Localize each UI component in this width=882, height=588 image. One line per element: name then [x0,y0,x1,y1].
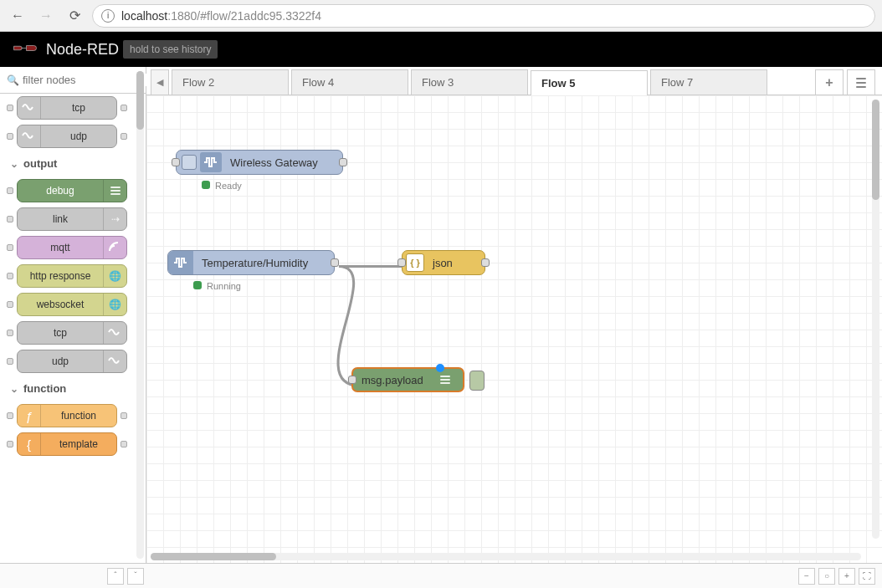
palette-node-function[interactable]: ƒ function [17,404,117,427]
forward-button[interactable]: → [35,5,57,27]
navigator-button[interactable]: ⛶ [859,568,875,585]
zoom-reset-button[interactable]: ○ [818,568,835,585]
port-icon [7,216,13,222]
palette-node-tcp-in[interactable]: tcp [17,96,117,120]
port-icon [121,441,127,447]
palette-collapse-down-button[interactable]: ˇ [127,568,144,585]
serial-icon [200,152,222,172]
palette-filter: 🔍 [0,67,146,94]
node-input-port[interactable] [348,376,356,384]
port-icon [7,330,13,336]
palette-sidebar: 🔍 tcp udp output debug [0,67,146,563]
palette-collapse-up-button[interactable]: ˆ [107,568,124,585]
tcp-icon [103,322,126,344]
udp-icon [103,350,126,372]
palette-node-mqtt[interactable]: mqtt [17,236,127,259]
port-icon [7,358,13,365]
node-output-port[interactable] [339,158,347,166]
zoom-in-button[interactable]: + [838,568,855,585]
status-dot-icon [202,181,210,189]
palette-node-template[interactable]: { template [17,432,117,456]
add-flow-button[interactable]: + [815,69,844,95]
search-icon: 🔍 [7,74,19,86]
port-icon [7,301,13,308]
node-output-port[interactable] [331,258,339,267]
url-host: localhost [121,9,167,23]
button-icon[interactable] [182,155,197,170]
back-button[interactable]: ← [7,5,28,27]
reload-button[interactable]: ⟳ [64,5,85,27]
port-icon [7,273,13,279]
tabs-scroll-left[interactable]: ◀ [151,69,169,95]
port-icon [7,133,13,140]
site-info-icon[interactable]: i [101,9,115,23]
tab-flow-2[interactable]: Flow 2 [172,69,289,95]
serial-icon [168,251,193,274]
header-hint: hold to see history [123,40,218,59]
footer-bar: ˆ ˇ − ○ + ⛶ [0,563,882,588]
debug-icon [435,376,455,384]
node-red-logo-icon [13,43,38,55]
port-icon [121,105,127,111]
node-status: Running [207,281,241,291]
list-flows-button[interactable] [847,69,875,95]
template-icon: { [18,433,41,455]
tab-flow-7[interactable]: Flow 7 [650,69,767,95]
port-icon [7,441,13,447]
status-dot-icon [193,281,202,289]
category-function[interactable]: function [0,376,134,401]
mqtt-icon [103,237,126,258]
debug-toggle-button[interactable] [469,371,485,391]
palette-node-websocket[interactable]: websocket 🌐 [17,293,127,316]
node-input-port[interactable] [397,258,406,267]
port-icon [121,412,127,419]
link-icon: ⇢ [103,208,126,230]
palette-scrollbar-thumb[interactable] [136,71,144,130]
globe-icon: 🌐 [103,294,126,315]
tab-flow-5[interactable]: Flow 5 [531,70,648,95]
canvas-h-scrollbar-thumb[interactable] [151,553,276,560]
app-title: Node-RED [46,41,119,59]
json-icon: { } [406,253,424,272]
url-path: /#flow/21addc95.3322f4 [197,9,321,23]
palette-node-link[interactable]: link ⇢ [17,207,127,231]
canvas-v-scrollbar-thumb[interactable] [872,100,879,200]
browser-toolbar: ← → ⟳ i localhost:1880/#flow/21addc95.33… [0,0,882,32]
node-json[interactable]: { } json [402,250,485,275]
port-icon [7,244,13,251]
palette-node-udp-in[interactable]: udp [17,125,117,148]
address-bar[interactable]: i localhost:1880/#flow/21addc95.3322f4 [92,4,875,28]
palette-node-udp-out[interactable]: udp [17,350,127,373]
tab-flow-3[interactable]: Flow 3 [411,69,528,95]
node-temperature-humidity[interactable]: Temperature/Humidity Running [167,250,335,275]
port-icon [7,412,13,419]
category-output[interactable]: output [0,151,134,176]
port-icon [7,105,13,111]
port-icon [7,187,13,194]
globe-icon: 🌐 [103,265,126,287]
unsaved-change-icon [436,364,444,372]
tcp-icon [18,97,41,119]
palette-node-tcp-out[interactable]: tcp [17,321,127,345]
node-output-port[interactable] [481,258,490,267]
url-port: :1880 [167,9,197,23]
flow-canvas[interactable]: Wireless Gateway Ready Temperature/Humid… [146,95,882,563]
app-header: Node-RED hold to see history [0,32,882,67]
function-icon: ƒ [18,405,41,427]
udp-icon [18,125,41,147]
node-status: Ready [215,181,242,191]
node-wireless-gateway[interactable]: Wireless Gateway Ready [176,150,343,175]
palette-node-debug[interactable]: debug [17,179,127,202]
flow-tabs: ◀ Flow 2 Flow 4 Flow 3 Flow 5 Flow 7 + [146,67,882,95]
palette-scrollbar-track [136,71,144,559]
port-icon [121,133,127,140]
palette-node-http-response[interactable]: http response 🌐 [17,264,127,288]
tab-flow-4[interactable]: Flow 4 [291,69,408,95]
node-debug-payload[interactable]: msg.payload [351,367,464,392]
zoom-out-button[interactable]: − [798,568,815,585]
debug-icon [103,180,126,202]
node-input-port[interactable] [172,158,180,166]
